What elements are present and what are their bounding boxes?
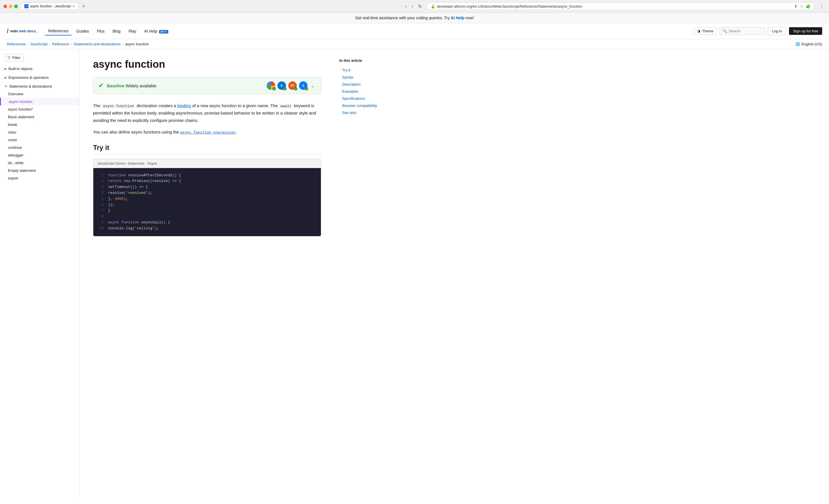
- toc-item-see-also[interactable]: See also: [339, 109, 393, 116]
- binding-link[interactable]: binding: [177, 103, 191, 108]
- filter-button[interactable]: ▽ Filter: [4, 54, 24, 62]
- sidebar-item-block[interactable]: Block statement: [0, 113, 79, 121]
- url-bar[interactable]: 🔒 developer.allizom.org/en-US/docs/Web/J…: [426, 2, 815, 10]
- page-layout: ▽ Filter ▶ Built-in objects ▶ Expression…: [0, 49, 829, 497]
- baseline-expand-button[interactable]: ⌄: [310, 82, 316, 89]
- top-banner: Get real-time assistance with your codin…: [0, 13, 829, 23]
- forward-button[interactable]: ›: [410, 3, 415, 10]
- sidebar-item-async-function[interactable]: async function: [0, 98, 79, 106]
- main-content: async function ✔ Baseline Widely availab…: [79, 49, 335, 497]
- nav-plus[interactable]: Plus: [94, 27, 108, 35]
- code-line-5: 5 }, 2000);: [98, 196, 316, 202]
- mdn-logo-text: mdn web docs_: [10, 29, 38, 33]
- nav-play[interactable]: Play: [125, 27, 140, 35]
- active-tab[interactable]: M async function - JavaScript ✕: [21, 3, 79, 10]
- sidebar-item-class[interactable]: class: [0, 128, 79, 136]
- new-tab-button[interactable]: +: [81, 3, 86, 9]
- breadcrumb-javascript[interactable]: JavaScript: [30, 42, 48, 46]
- toc-item-browser-compat[interactable]: Browser compatibility: [339, 102, 393, 109]
- nav-guides[interactable]: Guides: [73, 27, 92, 35]
- minimize-dot[interactable]: [9, 4, 12, 8]
- breadcrumb: References › JavaScript › Reference › St…: [0, 39, 829, 49]
- login-button[interactable]: Log in: [768, 27, 786, 35]
- code-line-2: 2 return new Promise((resolve) => {: [98, 178, 316, 184]
- window-controls: [3, 4, 18, 8]
- baseline-label: Baseline: [107, 83, 124, 88]
- sidebar-group-expressions: ▶ Expressions & operators: [0, 74, 79, 81]
- mdn-logo[interactable]: / mdn web docs_: [7, 28, 38, 35]
- sidebar-group-statements-header[interactable]: ▼ Statements & declarations: [0, 82, 79, 90]
- bookmark-icon[interactable]: ☆: [800, 4, 803, 8]
- sidebar-item-const[interactable]: const: [0, 136, 79, 144]
- mdn-logo-icon: /: [7, 28, 8, 35]
- toc-item-syntax[interactable]: Syntax: [339, 74, 393, 81]
- toc-item-examples[interactable]: Examples: [339, 88, 393, 95]
- nav-controls: ‹ › ↻: [403, 3, 424, 10]
- ai-help-badge: BETA: [159, 30, 168, 33]
- download-icon[interactable]: ⬇: [794, 4, 797, 8]
- back-button[interactable]: ‹: [403, 3, 408, 10]
- breadcrumb-statements[interactable]: Statements and declarations: [74, 42, 120, 46]
- breadcrumb-sep-1: ›: [27, 42, 28, 46]
- search-icon: 🔍: [723, 29, 727, 33]
- refresh-button[interactable]: ↻: [417, 3, 424, 10]
- filter-icon: ▽: [8, 55, 10, 60]
- search-box[interactable]: 🔍: [720, 27, 765, 35]
- url-text: developer.allizom.org/en-US/docs/Web/Jav…: [437, 4, 792, 8]
- nav-ai-help[interactable]: AI Help BETA: [141, 27, 172, 35]
- chevron-down-icon: ▼: [4, 85, 7, 88]
- toc-item-try-it[interactable]: Try it: [339, 67, 393, 74]
- toc-sidebar: In this article Try it Syntax Descriptio…: [335, 49, 397, 497]
- breadcrumb-current: async function: [125, 42, 149, 46]
- nav-references[interactable]: References: [45, 27, 72, 35]
- extension-icon[interactable]: 🧩: [806, 4, 810, 8]
- code-line-10: 10 console.log('calling');: [98, 226, 316, 232]
- sidebar-item-debugger[interactable]: debugger: [0, 151, 79, 159]
- sidebar-group-builtin-header[interactable]: ▶ Built-in objects: [0, 65, 79, 73]
- sidebar-item-overview[interactable]: Overview: [0, 90, 79, 98]
- code-line-7: 7 }: [98, 208, 316, 214]
- breadcrumb-references[interactable]: References: [7, 42, 26, 46]
- search-input[interactable]: [729, 29, 757, 33]
- url-bar-icons: ⬇ ☆ 🧩: [794, 4, 810, 8]
- baseline-text: Baseline Widely available: [107, 83, 156, 88]
- firefox-icon: FF ✓: [288, 81, 297, 90]
- nav-blog[interactable]: Blog: [109, 27, 124, 35]
- signup-button[interactable]: Sign up for free: [789, 27, 822, 35]
- code-line-6: 6 });: [98, 202, 316, 208]
- breadcrumb-sep-4: ›: [122, 42, 123, 46]
- code-async-function: async function: [102, 104, 135, 109]
- close-dot[interactable]: [3, 4, 7, 8]
- safari-check: ✓: [305, 87, 308, 90]
- page-title: async function: [93, 59, 321, 70]
- sidebar-item-break[interactable]: break: [0, 121, 79, 128]
- language-button[interactable]: 🌐 English (US): [795, 42, 822, 46]
- ai-help-link[interactable]: AI Help: [451, 15, 464, 20]
- menu-button[interactable]: ⋮: [818, 3, 826, 10]
- tab-bar: M async function - JavaScript ✕ +: [21, 3, 401, 10]
- theme-button[interactable]: ◑ Theme: [694, 27, 716, 35]
- mdn-header: / mdn web docs_ References Guides Plus B…: [0, 23, 829, 39]
- code-body: 1 function resolveAfter2Seconds() { 2 re…: [93, 168, 321, 236]
- edge-icon: E ✓: [278, 81, 286, 90]
- sidebar-group-expressions-header[interactable]: ▶ Expressions & operators: [0, 74, 79, 81]
- firefox-check: ✓: [294, 87, 297, 90]
- sidebar-item-empty[interactable]: Empty statement: [0, 167, 79, 174]
- sidebar-group-builtin: ▶ Built-in objects: [0, 65, 79, 73]
- sidebar-item-dowhile[interactable]: do...while: [0, 159, 79, 167]
- sidebar-item-async-function-gen[interactable]: async function*: [0, 106, 79, 113]
- intro-paragraph-2: You can also define async functions usin…: [93, 128, 321, 136]
- safari-icon: S ✓: [299, 81, 308, 90]
- async-expression-link[interactable]: async function expression: [180, 130, 236, 134]
- globe-icon: 🌐: [795, 42, 800, 46]
- maximize-dot[interactable]: [14, 4, 18, 8]
- sidebar-item-continue[interactable]: continue: [0, 144, 79, 151]
- toc-item-description[interactable]: Description: [339, 81, 393, 88]
- breadcrumb-sep-2: ›: [49, 42, 50, 46]
- tab-close-button[interactable]: ✕: [72, 4, 75, 8]
- lock-icon: 🔒: [431, 4, 435, 8]
- breadcrumb-reference[interactable]: Reference: [52, 42, 69, 46]
- toc-item-specifications[interactable]: Specifications: [339, 95, 393, 102]
- sidebar-item-export[interactable]: export: [0, 174, 79, 182]
- chevron-right-icon: ▶: [4, 67, 7, 70]
